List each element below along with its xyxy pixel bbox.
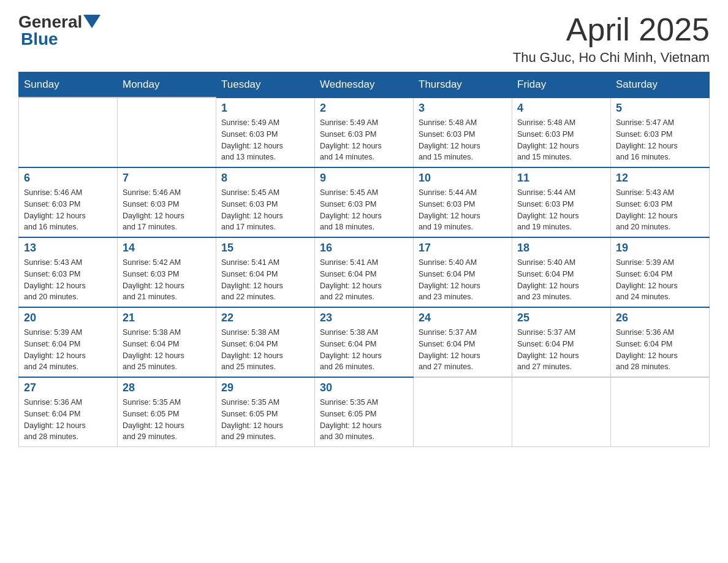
calendar-cell: 21Sunrise: 5:38 AMSunset: 6:04 PMDayligh… (118, 307, 216, 377)
day-number: 23 (320, 312, 408, 324)
calendar-cell: 29Sunrise: 5:35 AMSunset: 6:05 PMDayligh… (216, 377, 315, 447)
calendar-cell: 20Sunrise: 5:39 AMSunset: 6:04 PMDayligh… (19, 307, 118, 377)
calendar-cell: 17Sunrise: 5:40 AMSunset: 6:04 PMDayligh… (414, 237, 512, 307)
day-info: Sunrise: 5:37 AMSunset: 6:04 PMDaylight:… (517, 327, 605, 373)
calendar-cell: 14Sunrise: 5:42 AMSunset: 6:03 PMDayligh… (118, 237, 216, 307)
day-info: Sunrise: 5:38 AMSunset: 6:04 PMDaylight:… (320, 327, 408, 373)
calendar-cell: 12Sunrise: 5:43 AMSunset: 6:03 PMDayligh… (611, 167, 710, 237)
day-number: 27 (24, 381, 112, 394)
day-info: Sunrise: 5:41 AMSunset: 6:04 PMDaylight:… (320, 257, 408, 303)
calendar-cell: 28Sunrise: 5:35 AMSunset: 6:05 PMDayligh… (118, 377, 216, 447)
day-info: Sunrise: 5:39 AMSunset: 6:04 PMDaylight:… (24, 327, 112, 373)
day-info: Sunrise: 5:40 AMSunset: 6:04 PMDaylight:… (517, 257, 605, 303)
day-number: 17 (419, 242, 507, 255)
calendar-header-tuesday: Tuesday (216, 72, 315, 98)
day-info: Sunrise: 5:38 AMSunset: 6:04 PMDaylight:… (123, 327, 211, 373)
calendar-cell: 22Sunrise: 5:38 AMSunset: 6:04 PMDayligh… (216, 307, 315, 377)
day-number: 8 (221, 172, 309, 185)
calendar-cell: 3Sunrise: 5:48 AMSunset: 6:03 PMDaylight… (414, 98, 512, 167)
day-number: 3 (419, 102, 507, 115)
day-info: Sunrise: 5:44 AMSunset: 6:03 PMDaylight:… (419, 187, 507, 233)
calendar-cell: 27Sunrise: 5:36 AMSunset: 6:04 PMDayligh… (19, 377, 118, 447)
calendar-header-thursday: Thursday (414, 72, 512, 98)
calendar-cell: 4Sunrise: 5:48 AMSunset: 6:03 PMDaylight… (512, 98, 611, 167)
day-number: 5 (616, 102, 704, 115)
day-info: Sunrise: 5:45 AMSunset: 6:03 PMDaylight:… (221, 187, 309, 233)
calendar-cell: 30Sunrise: 5:35 AMSunset: 6:05 PMDayligh… (315, 377, 414, 447)
day-number: 24 (419, 312, 507, 324)
calendar-week-row: 1Sunrise: 5:49 AMSunset: 6:03 PMDaylight… (19, 98, 710, 167)
calendar-cell: 19Sunrise: 5:39 AMSunset: 6:04 PMDayligh… (611, 237, 710, 307)
calendar-cell: 10Sunrise: 5:44 AMSunset: 6:03 PMDayligh… (414, 167, 512, 237)
calendar-header-monday: Monday (118, 72, 216, 98)
calendar-cell: 1Sunrise: 5:49 AMSunset: 6:03 PMDaylight… (216, 98, 315, 167)
calendar-week-row: 27Sunrise: 5:36 AMSunset: 6:04 PMDayligh… (19, 377, 710, 447)
logo-triangle-icon (83, 15, 100, 28)
calendar-cell: 11Sunrise: 5:44 AMSunset: 6:03 PMDayligh… (512, 167, 611, 237)
calendar-cell (118, 98, 216, 167)
calendar-cell: 8Sunrise: 5:45 AMSunset: 6:03 PMDaylight… (216, 167, 315, 237)
calendar-header-wednesday: Wednesday (315, 72, 414, 98)
day-number: 19 (616, 242, 704, 255)
calendar-cell (512, 377, 611, 447)
header-right: April 2025 Thu GJuc, Ho Chi Minh, Vietna… (513, 12, 710, 66)
day-info: Sunrise: 5:41 AMSunset: 6:04 PMDaylight:… (221, 257, 309, 303)
day-info: Sunrise: 5:49 AMSunset: 6:03 PMDaylight:… (221, 117, 309, 163)
calendar-cell: 24Sunrise: 5:37 AMSunset: 6:04 PMDayligh… (414, 307, 512, 377)
location-text: Thu GJuc, Ho Chi Minh, Vietnam (513, 50, 710, 66)
calendar-cell (414, 377, 512, 447)
day-info: Sunrise: 5:42 AMSunset: 6:03 PMDaylight:… (123, 257, 211, 303)
day-number: 22 (221, 312, 309, 324)
day-number: 11 (517, 172, 605, 185)
logo-blue-text: Blue (21, 29, 58, 49)
day-info: Sunrise: 5:43 AMSunset: 6:03 PMDaylight:… (616, 187, 704, 233)
day-info: Sunrise: 5:36 AMSunset: 6:04 PMDaylight:… (24, 397, 112, 443)
day-info: Sunrise: 5:40 AMSunset: 6:04 PMDaylight:… (419, 257, 507, 303)
day-number: 28 (123, 381, 211, 394)
day-info: Sunrise: 5:45 AMSunset: 6:03 PMDaylight:… (320, 187, 408, 233)
calendar-cell: 2Sunrise: 5:49 AMSunset: 6:03 PMDaylight… (315, 98, 414, 167)
day-number: 16 (320, 242, 408, 255)
day-number: 14 (123, 242, 211, 255)
day-number: 2 (320, 102, 408, 115)
calendar-header-row: SundayMondayTuesdayWednesdayThursdayFrid… (19, 72, 710, 98)
day-info: Sunrise: 5:35 AMSunset: 6:05 PMDaylight:… (123, 397, 211, 443)
page-header: General Blue April 2025 Thu GJuc, Ho Chi… (18, 12, 710, 66)
calendar-table: SundayMondayTuesdayWednesdayThursdayFrid… (18, 72, 710, 447)
day-info: Sunrise: 5:48 AMSunset: 6:03 PMDaylight:… (517, 117, 605, 163)
day-number: 18 (517, 242, 605, 255)
calendar-cell: 26Sunrise: 5:36 AMSunset: 6:04 PMDayligh… (611, 307, 710, 377)
svg-marker-0 (83, 15, 100, 28)
day-info: Sunrise: 5:49 AMSunset: 6:03 PMDaylight:… (320, 117, 408, 163)
calendar-cell: 5Sunrise: 5:47 AMSunset: 6:03 PMDaylight… (611, 98, 710, 167)
calendar-header-sunday: Sunday (19, 72, 118, 98)
calendar-week-row: 20Sunrise: 5:39 AMSunset: 6:04 PMDayligh… (19, 307, 710, 377)
calendar-cell: 23Sunrise: 5:38 AMSunset: 6:04 PMDayligh… (315, 307, 414, 377)
calendar-week-row: 13Sunrise: 5:43 AMSunset: 6:03 PMDayligh… (19, 237, 710, 307)
calendar-cell: 6Sunrise: 5:46 AMSunset: 6:03 PMDaylight… (19, 167, 118, 237)
calendar-cell: 25Sunrise: 5:37 AMSunset: 6:04 PMDayligh… (512, 307, 611, 377)
day-info: Sunrise: 5:47 AMSunset: 6:03 PMDaylight:… (616, 117, 704, 163)
day-number: 13 (24, 242, 112, 255)
calendar-header-saturday: Saturday (611, 72, 710, 98)
day-info: Sunrise: 5:44 AMSunset: 6:03 PMDaylight:… (517, 187, 605, 233)
month-title: April 2025 (513, 12, 710, 47)
day-info: Sunrise: 5:37 AMSunset: 6:04 PMDaylight:… (419, 327, 507, 373)
day-number: 6 (24, 172, 112, 185)
day-number: 10 (419, 172, 507, 185)
calendar-cell: 7Sunrise: 5:46 AMSunset: 6:03 PMDaylight… (118, 167, 216, 237)
day-info: Sunrise: 5:48 AMSunset: 6:03 PMDaylight:… (419, 117, 507, 163)
calendar-cell (19, 98, 118, 167)
calendar-header-friday: Friday (512, 72, 611, 98)
logo: General Blue (18, 12, 100, 49)
day-number: 21 (123, 312, 211, 324)
day-number: 25 (517, 312, 605, 324)
day-number: 29 (221, 381, 309, 394)
calendar-cell: 16Sunrise: 5:41 AMSunset: 6:04 PMDayligh… (315, 237, 414, 307)
day-number: 1 (221, 102, 309, 115)
day-number: 20 (24, 312, 112, 324)
day-info: Sunrise: 5:35 AMSunset: 6:05 PMDaylight:… (320, 397, 408, 443)
day-number: 12 (616, 172, 704, 185)
day-info: Sunrise: 5:46 AMSunset: 6:03 PMDaylight:… (24, 187, 112, 233)
day-number: 4 (517, 102, 605, 115)
